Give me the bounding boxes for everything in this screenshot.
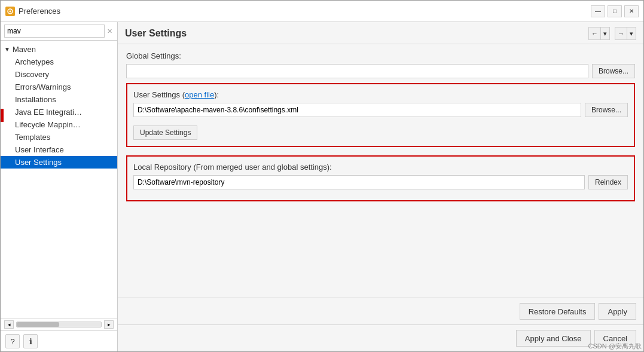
sidebar-item-label: User Interface xyxy=(15,145,64,154)
sidebar-item-label: Templates xyxy=(15,133,50,142)
sidebar-item-installations[interactable]: Installations xyxy=(1,93,117,106)
sidebar-tree: ▼ Maven Archetypes Discovery Errors/Warn… xyxy=(1,41,117,318)
main-panel: User Settings ← ▾ → ▾ Global Settings: xyxy=(118,22,643,351)
scroll-left-arrow[interactable]: ◂ xyxy=(4,320,14,329)
local-repo-label: Local Repository (From merged user and g… xyxy=(133,163,628,172)
user-settings-label-suffix: ): xyxy=(214,90,219,99)
update-settings-button[interactable]: Update Settings xyxy=(133,126,197,140)
sidebar-item-maven[interactable]: ▼ Maven xyxy=(1,43,117,56)
content-area: ✕ ▼ Maven Archetypes Discovery Errors/Wa… xyxy=(1,22,643,351)
forward-dropdown-button[interactable]: ▾ xyxy=(627,27,636,40)
back-dropdown-button[interactable]: ▾ xyxy=(600,27,610,40)
user-settings-label: User Settings (open file): xyxy=(133,90,628,99)
apply-close-button[interactable]: Apply and Close xyxy=(516,330,591,347)
global-settings-browse-button[interactable]: Browse... xyxy=(592,64,635,78)
sidebar-item-label: Archetypes xyxy=(15,57,54,66)
page-title: User Settings xyxy=(125,28,187,39)
user-settings-box: User Settings (open file): Browse... Upd… xyxy=(126,83,635,147)
local-repo-input[interactable] xyxy=(133,175,585,189)
user-settings-browse-button[interactable]: Browse... xyxy=(585,103,628,117)
sidebar-item-label: Maven xyxy=(13,45,36,54)
sidebar-item-label: Java EE Integrati… xyxy=(15,108,82,117)
preferences-window: Preferences — □ ✕ ✕ ▼ Maven xyxy=(0,0,644,352)
local-repo-box: Local Repository (From merged user and g… xyxy=(126,155,635,201)
scroll-thumb[interactable] xyxy=(17,322,59,327)
sidebar-item-label: Lifecycle Mappin… xyxy=(15,120,81,129)
sidebar-item-label: Installations xyxy=(15,95,56,104)
scroll-right-arrow[interactable]: ▸ xyxy=(104,320,114,329)
main-header: User Settings ← ▾ → ▾ xyxy=(118,22,643,44)
title-bar-left: Preferences xyxy=(5,7,60,16)
bottom-bar-2: Apply and Close Cancel xyxy=(118,325,643,351)
close-button[interactable]: ✕ xyxy=(624,5,639,17)
sidebar-item-templates[interactable]: Templates xyxy=(1,131,117,143)
sidebar-item-archetypes[interactable]: Archetypes xyxy=(1,56,117,68)
minimize-button[interactable]: — xyxy=(591,5,605,17)
sidebar-item-java-ee[interactable]: Java EE Integrati… xyxy=(1,106,117,118)
help-button[interactable]: ? xyxy=(5,334,20,348)
main-content: Global Settings: Browse... User Settings… xyxy=(118,44,643,298)
watermark: CSDN @安离九歌 xyxy=(588,342,642,351)
title-controls: — □ ✕ xyxy=(591,5,639,17)
sidebar: ✕ ▼ Maven Archetypes Discovery Errors/Wa… xyxy=(1,22,118,351)
title-bar: Preferences — □ ✕ xyxy=(1,1,643,22)
preferences-icon xyxy=(5,7,15,16)
user-settings-input[interactable] xyxy=(133,103,581,117)
info-button[interactable]: ℹ xyxy=(23,334,38,348)
apply-button[interactable]: Apply xyxy=(599,303,636,320)
user-settings-label-prefix: User Settings ( xyxy=(133,90,185,99)
global-settings-label: Global Settings: xyxy=(126,51,635,60)
back-button[interactable]: ← xyxy=(588,27,600,40)
sidebar-item-errors-warnings[interactable]: Errors/Warnings xyxy=(1,81,117,93)
maximize-button[interactable]: □ xyxy=(608,5,622,17)
sidebar-icon-row: ? ℹ xyxy=(1,330,117,351)
window-title: Preferences xyxy=(19,7,60,16)
sidebar-item-user-interface[interactable]: User Interface xyxy=(1,143,117,156)
open-file-link[interactable]: open file xyxy=(185,90,214,99)
local-repo-input-row: Reindex xyxy=(133,175,628,189)
global-settings-input[interactable] xyxy=(126,64,588,78)
reindex-button[interactable]: Reindex xyxy=(588,175,628,189)
user-settings-input-row: Browse... xyxy=(133,103,628,117)
sidebar-item-lifecycle[interactable]: Lifecycle Mappin… xyxy=(1,118,117,131)
bottom-bar-1: Restore Defaults Apply xyxy=(118,298,643,325)
scroll-track xyxy=(16,322,102,327)
search-clear-icon[interactable]: ✕ xyxy=(106,26,114,36)
maven-arrow-icon: ▼ xyxy=(4,46,10,53)
sidebar-item-label: Discovery xyxy=(15,70,49,79)
global-settings-row: Browse... xyxy=(126,64,635,78)
forward-nav-group: → ▾ xyxy=(615,27,636,40)
search-input[interactable] xyxy=(4,25,105,38)
back-nav-group: ← ▾ xyxy=(588,27,610,40)
restore-defaults-button[interactable]: Restore Defaults xyxy=(520,303,596,320)
svg-point-1 xyxy=(10,10,11,12)
sidebar-item-user-settings[interactable]: User Settings xyxy=(1,156,117,169)
sidebar-item-discovery[interactable]: Discovery xyxy=(1,68,117,81)
nav-arrows: ← ▾ → ▾ xyxy=(588,27,636,40)
forward-button[interactable]: → xyxy=(615,27,627,40)
search-box: ✕ xyxy=(1,22,117,41)
sidebar-item-label: Errors/Warnings xyxy=(15,82,71,91)
sidebar-scrollbar: ◂ ▸ xyxy=(1,318,117,330)
sidebar-item-label: User Settings xyxy=(15,158,62,167)
